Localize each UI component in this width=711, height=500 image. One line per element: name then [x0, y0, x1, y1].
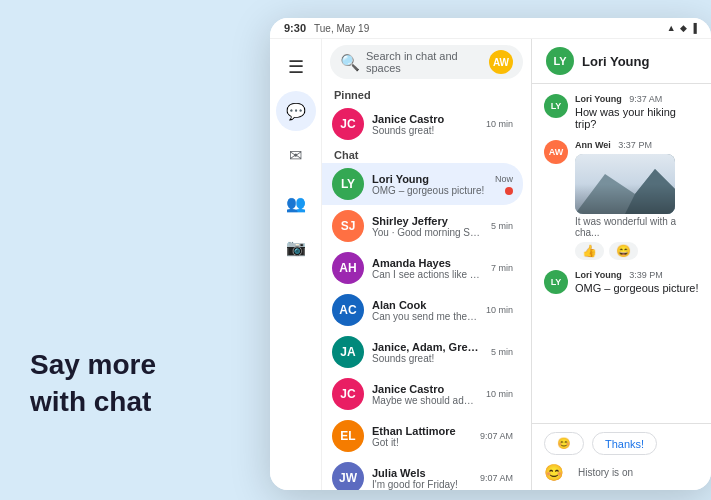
user-avatar-small[interactable]: AW [489, 50, 513, 74]
msg-avatar-lori: LY [544, 94, 568, 118]
msg-meta-2: Ann Wei 3:37 PM [575, 140, 699, 150]
chat-item-pinned-janice[interactable]: JC Janice Castro Sounds great! 10 min [322, 103, 523, 145]
msg-time-2: 3:37 PM [618, 140, 652, 150]
chat-name: Lori Young [372, 173, 487, 185]
chat-item-3[interactable]: AC Alan Cook Can you send me the file? 1… [322, 289, 523, 331]
chat-item-2[interactable]: AH Amanda Hayes Can I see actions like u… [322, 247, 523, 289]
chat-info: Janice, Adam, Gregory Sounds great! [372, 341, 483, 364]
conv-contact-avatar: LY [546, 47, 574, 75]
chat-name: Shirley Jeffery [372, 215, 483, 227]
status-bar: 9:30 Tue, May 19 ▲ ◆ ▐ [270, 18, 711, 39]
chat-preview: Sounds great! [372, 125, 478, 136]
sidebar-meet-icon[interactable]: 📷 [276, 227, 316, 267]
chat-meta: 5 min [491, 221, 513, 231]
msg-avatar-lori2: LY [544, 270, 568, 294]
app-body: ☰ 💬 ✉ 👥 📷 🔍 Search in chat and spaces AW… [270, 39, 711, 490]
svg-rect-0 [575, 154, 675, 214]
footer-bar: 😊 History is on [544, 463, 699, 482]
avatar: EL [332, 420, 364, 452]
unread-dot [505, 187, 513, 195]
chat-time: 10 min [486, 119, 513, 129]
chat-item-0[interactable]: LY Lori Young OMG – gorgeous picture! No… [322, 163, 523, 205]
avatar-janice-castro: JC [332, 108, 364, 140]
message-row-1: LY Lori Young 9:37 AM How was your hikin… [544, 94, 699, 130]
quick-reply-thanks[interactable]: Thanks! [592, 432, 657, 455]
chat-meta: 7 min [491, 263, 513, 273]
conv-header: LY Lori Young [532, 39, 711, 84]
avatar: JC [332, 378, 364, 410]
sidebar: ☰ 💬 ✉ 👥 📷 [270, 39, 322, 490]
message-row-3: LY Lori Young 3:39 PM OMG – gorgeous pic… [544, 270, 699, 294]
chat-preview: You · Good morning Shirley and Jeff... [372, 227, 483, 238]
msg-avatar-ann: AW [544, 140, 568, 164]
quick-replies: 😊 Thanks! [544, 432, 699, 455]
status-date: Tue, May 19 [314, 23, 369, 34]
chat-item-4[interactable]: JA Janice, Adam, Gregory Sounds great! 5… [322, 331, 523, 373]
chat-list-items: Pinned JC Janice Castro Sounds great! 10… [322, 85, 531, 490]
chat-name: Janice Castro [372, 383, 478, 395]
device-frame: 9:30 Tue, May 19 ▲ ◆ ▐ ☰ 💬 ✉ 👥 📷 🔍 Searc… [270, 18, 711, 490]
chat-name: Amanda Hayes [372, 257, 483, 269]
message-row-2: AW Ann Wei 3:37 PM [544, 140, 699, 260]
sidebar-mail-icon[interactable]: ✉ [276, 135, 316, 175]
chat-item-5[interactable]: JC Janice Castro Maybe we should add Glo… [322, 373, 523, 415]
msg-body-2: Ann Wei 3:37 PM [575, 140, 699, 260]
pinned-section-label: Pinned [322, 85, 531, 103]
chat-preview: Can I see actions like unread? [372, 269, 483, 280]
conv-contact-name: Lori Young [582, 54, 649, 69]
chat-name: Janice, Adam, Gregory [372, 341, 483, 353]
chat-name: Julia Wels [372, 467, 472, 479]
chat-preview: Got it! [372, 437, 472, 448]
emoji-icon[interactable]: 😊 [544, 463, 564, 482]
sidebar-spaces-icon[interactable]: 👥 [276, 183, 316, 223]
msg-meta-1: Lori Young 9:37 AM [575, 94, 699, 104]
chat-item-7[interactable]: JW Julia Wels I'm good for Friday! 9:07 … [322, 457, 523, 490]
msg-text-3: OMG – gorgeous picture! [575, 282, 699, 294]
reaction-thumbsup[interactable]: 👍 [575, 242, 604, 260]
tagline: Say more with chat [30, 347, 156, 420]
wifi-icon: ▲ [667, 23, 676, 33]
msg-sender-1: Lori Young [575, 94, 622, 104]
chat-preview: Can you send me the file? [372, 311, 478, 322]
chat-meta: 5 min [491, 347, 513, 357]
quick-reply-emoji[interactable]: 😊 [544, 432, 584, 455]
sidebar-chat-icon[interactable]: 💬 [276, 91, 316, 131]
menu-icon[interactable]: ☰ [276, 47, 316, 87]
chat-info: Julia Wels I'm good for Friday! [372, 467, 472, 490]
status-icons: ▲ ◆ ▐ [667, 23, 697, 33]
msg-body-3: Lori Young 3:39 PM OMG – gorgeous pictur… [575, 270, 699, 294]
tagline-line1: Say more [30, 347, 156, 383]
msg-time-3: 3:39 PM [629, 270, 663, 280]
battery-icon: ▐ [691, 23, 697, 33]
chat-time: 5 min [491, 347, 513, 357]
chat-info: Ethan Lattimore Got it! [372, 425, 472, 448]
avatar: SJ [332, 210, 364, 242]
reaction-smile[interactable]: 😄 [609, 242, 638, 260]
chat-info: Amanda Hayes Can I see actions like unre… [372, 257, 483, 280]
chat-name: Alan Cook [372, 299, 478, 311]
chat-meta: 9:07 AM [480, 473, 513, 483]
avatar: LY [332, 168, 364, 200]
msg-time-1: 9:37 AM [629, 94, 662, 104]
chat-time: 9:07 AM [480, 431, 513, 441]
chat-preview: Sounds great! [372, 353, 483, 364]
chat-info: Shirley Jeffery You · Good morning Shirl… [372, 215, 483, 238]
avatar: JA [332, 336, 364, 368]
chat-preview: OMG – gorgeous picture! [372, 185, 487, 196]
chat-item-1[interactable]: SJ Shirley Jeffery You · Good morning Sh… [322, 205, 523, 247]
chat-time: 7 min [491, 263, 513, 273]
avatar: AC [332, 294, 364, 326]
msg-reactions: 👍 😄 [575, 242, 699, 260]
chat-info: Janice Castro Maybe we should add Gloria… [372, 383, 478, 406]
chat-preview: I'm good for Friday! [372, 479, 472, 490]
chat-time: 10 min [486, 305, 513, 315]
chat-item-6[interactable]: EL Ethan Lattimore Got it! 9:07 AM [322, 415, 523, 457]
chat-meta: 9:07 AM [480, 431, 513, 441]
chat-list-panel: 🔍 Search in chat and spaces AW Pinned JC… [322, 39, 532, 490]
chat-time: 5 min [491, 221, 513, 231]
msg-meta-3: Lori Young 3:39 PM [575, 270, 699, 280]
msg-text-1: How was your hiking trip? [575, 106, 699, 130]
msg-caption: It was wonderful with a cha... [575, 216, 699, 238]
search-bar[interactable]: 🔍 Search in chat and spaces AW [330, 45, 523, 79]
msg-body-1: Lori Young 9:37 AM How was your hiking t… [575, 94, 699, 130]
